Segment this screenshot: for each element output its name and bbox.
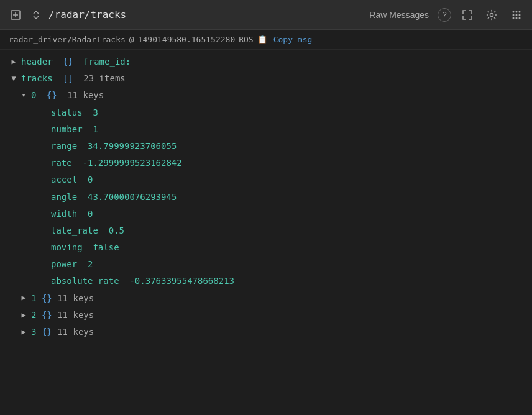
item-key: 1 (31, 291, 36, 306)
field-key: power (51, 257, 77, 272)
at-symbol: @ (129, 35, 134, 44)
field-row: angle 43.70000076293945 (0, 189, 532, 206)
tracks-key: tracks (21, 71, 53, 86)
header-toggle[interactable] (9, 57, 19, 67)
svg-point-5 (516, 11, 518, 12)
expand-icon[interactable] (460, 7, 475, 22)
field-key: moving (51, 240, 83, 255)
item-toggle[interactable] (19, 310, 29, 320)
field-key: late_rate (51, 223, 98, 239)
item-key: 3 (31, 324, 36, 340)
item-key: 2 (31, 308, 36, 323)
updown-icon[interactable] (29, 7, 44, 22)
item-type: {} (42, 324, 52, 340)
field-value: 34.79999923706055 (88, 139, 177, 154)
svg-point-12 (519, 17, 521, 19)
svg-point-3 (490, 13, 493, 16)
tracks-row: tracks [] 23 items (0, 70, 532, 87)
item0-key: 0 (31, 88, 36, 103)
svg-point-9 (519, 14, 521, 16)
list-item: 3 {} 11 keys (0, 324, 532, 340)
raw-messages-button[interactable]: Raw Messages (369, 10, 429, 20)
field-value: -0.37633955478668213 (129, 273, 234, 289)
field-value: 0 (88, 206, 93, 222)
settings-icon[interactable] (484, 7, 500, 23)
field-row: power 2 (0, 256, 532, 273)
field-value: 1 (93, 122, 98, 137)
tree-view: header {} frame_id: tracks [] 23 items 0… (0, 50, 532, 344)
field-value: -1.2999999523162842 (83, 155, 182, 171)
field-row: moving false (0, 239, 532, 256)
field-row: absolute_rate -0.37633955478668213 (0, 273, 532, 290)
item-toggle[interactable] (19, 293, 29, 303)
svg-point-8 (516, 14, 518, 16)
tracks-type: [] (63, 71, 73, 86)
timestamp: 1490149580.165152280 (138, 35, 236, 44)
svg-point-10 (513, 17, 515, 19)
field-row: late_rate 0.5 (0, 222, 532, 239)
field-row: range 34.79999923706055 (0, 138, 532, 155)
field-value: 43.70000076293945 (88, 189, 177, 205)
item0-row: 0 {} 11 keys (0, 87, 532, 104)
svg-point-6 (519, 11, 521, 12)
header-type: {} (63, 54, 73, 70)
item-count: 11 keys (57, 324, 94, 340)
field-key: accel (51, 172, 77, 188)
header-desc: frame_id: (83, 54, 131, 70)
field-key: angle (51, 189, 77, 205)
field-key: number (51, 122, 83, 137)
item0-toggle[interactable] (19, 91, 29, 101)
field-value: false (93, 240, 119, 255)
header-row: header {} frame_id: (0, 53, 532, 70)
field-key: rate (51, 155, 72, 171)
toolbar-path: /radar/tracks (48, 9, 126, 21)
list-item: 2 {} 11 keys (0, 307, 532, 324)
item-type: {} (42, 291, 52, 306)
item-count: 11 keys (57, 291, 94, 306)
item-toggle[interactable] (19, 327, 29, 337)
toolbar-right: Raw Messages ? (369, 7, 525, 23)
field-row: status 3 (0, 104, 532, 121)
item-type: {} (42, 308, 52, 323)
field-value: 0.5 (109, 223, 124, 239)
svg-point-7 (513, 14, 515, 16)
field-key: absolute_rate (51, 273, 119, 289)
list-item: 1 {} 11 keys (0, 290, 532, 307)
item0-count: 11 keys (67, 88, 104, 103)
field-key: width (51, 206, 77, 222)
grid-icon[interactable] (508, 7, 525, 23)
copy-icon: 📋 (257, 35, 267, 44)
item0-type: {} (47, 88, 57, 103)
svg-point-4 (513, 11, 515, 12)
more-items-container: 1 {} 11 keys2 {} 11 keys3 {} 11 keys (0, 290, 532, 341)
copy-msg-link[interactable]: Copy msg (273, 35, 313, 44)
field-row: width 0 (0, 206, 532, 222)
field-value: 0 (88, 172, 93, 188)
field-row: accel 0 (0, 171, 532, 188)
field-row: rate -1.2999999523162842 (0, 155, 532, 171)
field-row: number 1 (0, 121, 532, 138)
header-key: header (21, 54, 53, 70)
field-key: range (51, 139, 77, 154)
tracks-count: 23 items (83, 71, 125, 86)
tracks-toggle[interactable] (9, 74, 19, 84)
info-bar: radar_driver/RadarTracks @ 1490149580.16… (0, 30, 532, 50)
item-count: 11 keys (57, 308, 94, 323)
field-value: 3 (93, 105, 98, 121)
toolbar-left: /radar/tracks (7, 7, 369, 23)
svg-point-11 (516, 17, 518, 19)
field-value: 2 (88, 257, 93, 272)
ros-label: ROS (239, 35, 253, 44)
help-icon[interactable]: ? (438, 8, 451, 22)
field-key: status (51, 105, 83, 121)
add-icon[interactable] (7, 7, 24, 23)
fields-container: status 3number 1range 34.79999923706055r… (0, 104, 532, 290)
toolbar: /radar/tracks Raw Messages ? (0, 0, 532, 30)
type-path: radar_driver/RadarTracks (9, 35, 126, 44)
